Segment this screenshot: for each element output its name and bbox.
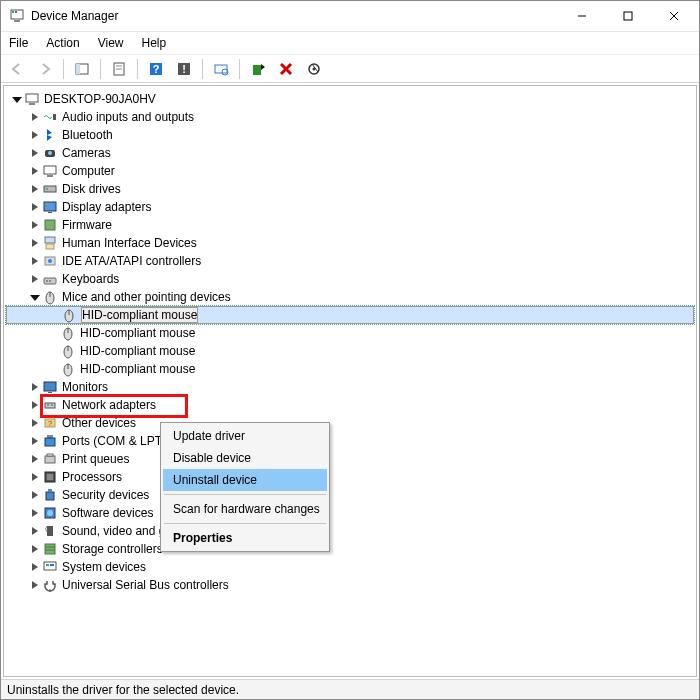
tree-cat-8-label: IDE ATA/ATAPI controllers: [62, 254, 201, 268]
svg-rect-33: [44, 202, 56, 211]
svg-point-23: [313, 67, 316, 70]
svg-rect-70: [47, 526, 53, 536]
tree-cat-21[interactable]: System devices: [6, 558, 694, 576]
tree-cat-0-label: Audio inputs and outputs: [62, 110, 194, 124]
show-hide-console-tree-button[interactable]: [70, 58, 94, 80]
svg-point-69: [47, 510, 53, 516]
context-menu-update-driver[interactable]: Update driver: [163, 425, 327, 447]
app-icon: [9, 8, 25, 24]
context-menu-scan[interactable]: Scan for hardware changes: [163, 498, 327, 520]
minimize-button[interactable]: [559, 1, 605, 31]
tree-cat-10[interactable]: Mice and other pointing devices: [6, 288, 694, 306]
svg-rect-19: [253, 65, 261, 75]
tree-cat-3[interactable]: Computer: [6, 162, 694, 180]
menu-action[interactable]: Action: [44, 34, 81, 52]
tree-mouse-2-icon: [60, 343, 76, 359]
tree-mouse-0[interactable]: HID-compliant mouse: [6, 306, 694, 324]
svg-rect-41: [46, 280, 48, 282]
tree-cat-5[interactable]: Display adapters: [6, 198, 694, 216]
tree-cat-8-icon: [42, 253, 58, 269]
tree-cat-20[interactable]: Storage controllers: [6, 540, 694, 558]
tree-cat-18-icon: [42, 505, 58, 521]
tree-cat-12-icon: [42, 397, 58, 413]
tree-cat-14[interactable]: Ports (COM & LPT): [6, 432, 694, 450]
tree-cat-10-label: Mice and other pointing devices: [62, 290, 231, 304]
tree-cat-8[interactable]: IDE ATA/ATAPI controllers: [6, 252, 694, 270]
svg-rect-62: [45, 456, 55, 463]
tree-cat-7[interactable]: Human Interface Devices: [6, 234, 694, 252]
svg-text:?: ?: [153, 63, 160, 75]
forward-button[interactable]: [33, 58, 57, 80]
context-menu-uninstall-device[interactable]: Uninstall device: [163, 469, 327, 491]
toolbar: ? !: [1, 55, 699, 83]
tree-cat-13[interactable]: ?Other devices: [6, 414, 694, 432]
svg-point-32: [46, 188, 48, 190]
tree-mouse-1-icon: [60, 325, 76, 341]
svg-rect-63: [47, 454, 53, 456]
tree-mouse-3[interactable]: HID-compliant mouse: [6, 360, 694, 378]
svg-text:?: ?: [48, 419, 53, 428]
device-tree-panel[interactable]: DESKTOP-90JA0HVAudio inputs and outputsB…: [3, 85, 697, 677]
window-title: Device Manager: [31, 9, 559, 23]
tree-mouse-2[interactable]: HID-compliant mouse: [6, 342, 694, 360]
tree-cat-9-icon: [42, 271, 58, 287]
disable-button[interactable]: [302, 58, 326, 80]
svg-rect-66: [46, 492, 54, 500]
tree-root[interactable]: DESKTOP-90JA0HV: [6, 90, 694, 108]
tree-cat-10-icon: [42, 289, 58, 305]
svg-rect-53: [44, 382, 56, 391]
tree-cat-16-icon: [42, 469, 58, 485]
svg-rect-35: [45, 220, 55, 230]
tree-mouse-1[interactable]: HID-compliant mouse: [6, 324, 694, 342]
menu-view[interactable]: View: [96, 34, 126, 52]
maximize-button[interactable]: [605, 1, 651, 31]
tree-cat-4[interactable]: Disk drives: [6, 180, 694, 198]
tree-cat-0-icon: [42, 109, 58, 125]
tree-cat-6[interactable]: Firmware: [6, 216, 694, 234]
close-button[interactable]: [651, 1, 697, 31]
tree-cat-9[interactable]: Keyboards: [6, 270, 694, 288]
tree-cat-15[interactable]: Print queues: [6, 450, 694, 468]
tree-cat-7-icon: [42, 235, 58, 251]
tree-cat-17[interactable]: Security devices: [6, 486, 694, 504]
menu-file[interactable]: File: [7, 34, 30, 52]
svg-text:!: !: [182, 63, 186, 75]
svg-rect-9: [76, 64, 80, 74]
tree-cat-3-label: Computer: [62, 164, 115, 178]
tree-cat-16[interactable]: Processors: [6, 468, 694, 486]
tree-cat-19[interactable]: Sound, video and game controllers: [6, 522, 694, 540]
properties-button[interactable]: [107, 58, 131, 80]
scan-hardware-button[interactable]: [209, 58, 233, 80]
svg-rect-34: [48, 212, 52, 213]
tree-cat-22[interactable]: Universal Serial Bus controllers: [6, 576, 694, 594]
tree-cat-18[interactable]: Software devices: [6, 504, 694, 522]
device-manager-window: Device Manager File Action View Help ? !…: [0, 0, 700, 700]
tree-cat-6-icon: [42, 217, 58, 233]
tree-cat-12[interactable]: Network adapters: [6, 396, 694, 414]
tree-mouse-0-label: HID-compliant mouse: [81, 307, 198, 323]
tree-cat-5-label: Display adapters: [62, 200, 151, 214]
menu-help[interactable]: Help: [140, 34, 169, 52]
tree-cat-2[interactable]: Cameras: [6, 144, 694, 162]
back-button[interactable]: [5, 58, 29, 80]
tree-cat-11[interactable]: Monitors: [6, 378, 694, 396]
tree-root-icon: [24, 91, 40, 107]
add-legacy-hardware-button[interactable]: [246, 58, 270, 80]
tree-cat-3-icon: [42, 163, 58, 179]
tree-cat-18-label: Software devices: [62, 506, 153, 520]
tree-cat-1[interactable]: Bluetooth: [6, 126, 694, 144]
context-menu-disable-device[interactable]: Disable device: [163, 447, 327, 469]
help-button[interactable]: ?: [144, 58, 168, 80]
action-center-button[interactable]: !: [172, 58, 196, 80]
tree-cat-14-icon: [42, 433, 58, 449]
tree-cat-15-icon: [42, 451, 58, 467]
tree-cat-0[interactable]: Audio inputs and outputs: [6, 108, 694, 126]
tree-cat-17-icon: [42, 487, 58, 503]
tree-cat-2-icon: [42, 145, 58, 161]
context-menu-properties[interactable]: Properties: [163, 527, 327, 549]
tree-cat-14-label: Ports (COM & LPT): [62, 434, 166, 448]
tree-cat-6-label: Firmware: [62, 218, 112, 232]
tree-cat-20-label: Storage controllers: [62, 542, 163, 556]
uninstall-button[interactable]: [274, 58, 298, 80]
menubar: File Action View Help: [1, 31, 699, 55]
